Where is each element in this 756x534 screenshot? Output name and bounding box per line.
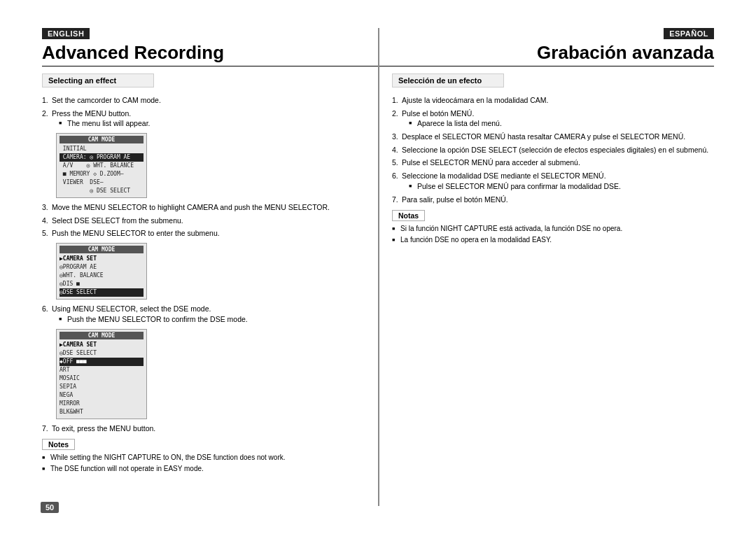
note-2-es: La función DSE no opera en la modalidad …: [392, 235, 714, 245]
cam-menu-2-row-2: ◎WHT. BALANCE: [59, 272, 144, 280]
step-7: 7. To exit, press the MENU button.: [42, 423, 364, 434]
cam-menu-3-art: ART: [59, 366, 144, 374]
cam-menu-2-row-4: ◎DSE SELECT: [59, 288, 144, 297]
notes-section-es: Notas Si la función NIGHT CAPTURE está a…: [392, 210, 714, 245]
english-steps-2: 3. Move the MENU SELECTOR to highlight C…: [42, 202, 364, 239]
step-5: 5. Push the MENU SELECTOR to enter the s…: [42, 228, 364, 239]
english-steps: 1. Set the camcorder to CAM mode. 2. Pre…: [42, 95, 364, 129]
es-step-4: 4. Seleccione la opción DSE SELECT (sele…: [392, 145, 714, 155]
es-step-6: 6. Seleccione la modalidad DSE mediante …: [392, 171, 714, 191]
cam-menu-3-nega: NEGA: [59, 391, 144, 400]
cam-menu-1-row-4: ■ MEMORY ◇ D.ZOOM–: [59, 170, 144, 178]
cam-menu-3-off: ◆OFF ■■■: [59, 358, 144, 366]
espanol-subsection-header: Selección de un efecto: [392, 73, 504, 87]
step-2: 2. Press the MENU button. The menu list …: [42, 108, 364, 129]
english-badge: ENGLISH: [42, 28, 90, 39]
es-step-2-sub: Aparece la lista del menú.: [409, 118, 714, 129]
cam-menu-1: CAM MODE INITIAL CAMERA: ◎ PROGRAM AE A/…: [56, 133, 147, 198]
espanol-column: Selección de un efecto 1. Ajuste la vide…: [371, 71, 714, 475]
cam-menu-1-row-6: ◎ DSE SELECT: [59, 187, 144, 195]
page: ENGLISH Advanced Recording ESPAÑOL Graba…: [0, 0, 756, 534]
english-title: Advanced Recording: [42, 42, 224, 64]
notes-header-en: Notes: [42, 439, 75, 450]
cam-menu-1-row-5: VIEWER DSE–: [59, 178, 144, 187]
cam-menu-3-title: CAM MODE: [59, 332, 144, 339]
espanol-title: Grabación avanzada: [537, 42, 714, 64]
es-step-2: 2. Pulse el botón MENÚ. Aparece la lista…: [392, 108, 714, 129]
notes-header-es: Notas: [392, 210, 425, 221]
note-1-en: While setting the NIGHT CAPTURE to ON, t…: [42, 453, 364, 463]
english-subsection-header: Selecting an effect: [42, 73, 154, 87]
notes-list-en: While setting the NIGHT CAPTURE to ON, t…: [42, 453, 364, 474]
notes-list-es: Si la función NIGHT CAPTURE está activad…: [392, 224, 714, 245]
english-steps-3: 6. Using MENU SELECTOR, select the DSE m…: [42, 304, 364, 324]
english-column: Selecting an effect 1. Set the camcorder…: [42, 71, 371, 475]
es-step-3: 3. Desplace el SELECTOR MENÚ hasta resal…: [392, 132, 714, 142]
step-6-sub: Push the MENU SELECTOR to confirm the DS…: [59, 314, 364, 325]
step-3: 3. Move the MENU SELECTOR to highlight C…: [42, 202, 364, 213]
page-number: 50: [41, 502, 59, 513]
cam-menu-2-row-3: ◎DIS ■: [59, 280, 144, 288]
es-step-1: 1. Ajuste la videocámara en la modalidad…: [392, 95, 714, 106]
english-header: ENGLISH Advanced Recording: [42, 28, 224, 64]
espanol-steps: 1. Ajuste la videocámara en la modalidad…: [392, 95, 714, 204]
note-1-es: Si la función NIGHT CAPTURE está activad…: [392, 224, 714, 234]
cam-menu-2: CAM MODE ▶CAMERA SET ◎PROGRAM AE ◎WHT. B…: [56, 243, 147, 300]
step-6: 6. Using MENU SELECTOR, select the DSE m…: [42, 304, 364, 324]
cam-menu-1-row-2: CAMERA: ◎ PROGRAM AE: [59, 153, 144, 162]
step-1: 1. Set the camcorder to CAM mode.: [42, 95, 364, 106]
cam-menu-2-title: CAM MODE: [59, 246, 144, 253]
cam-menu-3-sub: ▶CAMERA SET: [59, 341, 144, 349]
cam-menu-3-mosaic: MOSAIC: [59, 374, 144, 383]
espanol-header: ESPAÑOL Grabación avanzada: [537, 28, 714, 64]
notes-section-en: Notes While setting the NIGHT CAPTURE to…: [42, 439, 364, 474]
step-2-sub: The menu list will appear.: [59, 118, 364, 129]
cam-menu-1-title: CAM MODE: [59, 136, 144, 143]
cam-menu-2-row-1: ◎PROGRAM AE: [59, 263, 144, 272]
es-step-6-sub: Pulse el SELECTOR MENÚ para confirmar la…: [409, 181, 714, 192]
cam-menu-2-sub: ▶CAMERA SET: [59, 255, 144, 263]
espanol-badge: ESPAÑOL: [664, 28, 714, 39]
step-4: 4. Select DSE SELECT from the submenu.: [42, 216, 364, 226]
cam-menu-3-blk: BLK&WHT: [59, 408, 144, 416]
cam-menu-3-sepia: SEPIA: [59, 383, 144, 391]
es-step-7: 7. Para salir, pulse el botón MENÚ.: [392, 195, 714, 205]
vertical-divider: [378, 28, 379, 506]
es-step-5: 5. Pulse el SELECTOR MENÚ para acceder a…: [392, 157, 714, 168]
cam-menu-1-row-3: A/V ◎ WHT. BALANCE: [59, 162, 144, 170]
cam-menu-3: CAM MODE ▶CAMERA SET ◎DSE SELECT ◆OFF ■■…: [56, 329, 147, 419]
note-2-en: The DSE function will not operate in EAS…: [42, 464, 364, 474]
cam-menu-1-row-1: INITIAL: [59, 145, 144, 153]
cam-menu-3-dse: ◎DSE SELECT: [59, 349, 144, 358]
cam-menu-3-mirror: MIRROR: [59, 400, 144, 408]
